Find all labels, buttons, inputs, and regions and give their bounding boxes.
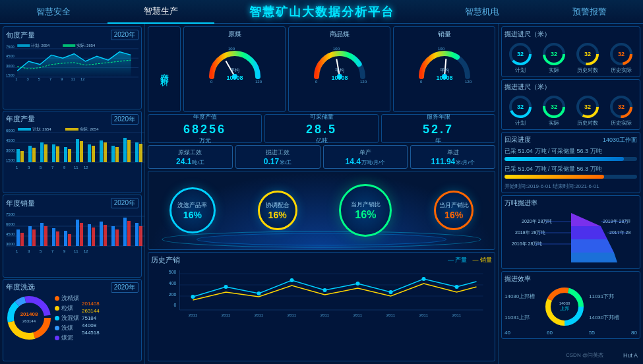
small-gauge-2-2: 32 实际 (538, 94, 570, 127)
svg-marker-181 (571, 253, 617, 262)
svg-text:12: 12 (84, 249, 88, 253)
svg-rect-33 (28, 146, 32, 162)
gauge-raw-coal: 原煤 平均 10908 (183, 26, 286, 112)
svg-rect-82 (100, 222, 103, 246)
legend-dot-1 (55, 296, 59, 301)
svg-text:2016年 28万吨: 2016年 28万吨 (512, 241, 542, 246)
nav-safety[interactable]: 智慧安全 (0, 1, 107, 23)
val-3: 75184 (82, 315, 100, 321)
svg-text:实际: 2654: 实际: 2654 (80, 127, 99, 131)
circle-item-1: 洗选产品率 16% (169, 187, 216, 233)
metric-value-area-2: 0.17 米/工 (264, 157, 292, 166)
progress-bg-1 (505, 157, 637, 161)
svg-text:2011: 2011 (353, 313, 363, 317)
legend-item-1: 洗精煤 (55, 294, 79, 303)
history-title: 历史产销 (151, 255, 180, 265)
svg-text:9: 9 (63, 166, 66, 169)
nav-warning[interactable]: 预警报警 (536, 1, 644, 23)
output-chart-block: 旬度产量 2020年 7500 4500 3000 (3, 26, 142, 109)
svg-marker-179 (571, 226, 607, 239)
svg-text:2011: 2011 (452, 313, 462, 317)
svg-text:11: 11 (74, 249, 78, 253)
nav-electrical[interactable]: 智慧机电 (429, 1, 536, 23)
washing-year[interactable]: 2020年 (111, 282, 138, 293)
svg-text:7: 7 (49, 77, 51, 81)
svg-rect-46 (104, 142, 107, 162)
washing-block: 年度洗选 2020年 201408 263144 洗精煤 (3, 279, 142, 362)
svg-text:3000: 3000 (6, 64, 15, 68)
metric-val-1: 24.1 (176, 157, 191, 166)
kpi-digits-1: 68256 (183, 123, 226, 136)
svg-text:11: 11 (71, 77, 75, 81)
annual-sales-chart: 7500 6000 4500 3000 (6, 210, 144, 253)
small-gauge-svg-1-3: 32 (575, 42, 600, 67)
svg-text:32: 32 (517, 51, 524, 57)
svg-text:7: 7 (51, 166, 54, 169)
svg-point-140 (323, 288, 327, 292)
svg-text:2011: 2011 (321, 313, 330, 317)
annual-output-year[interactable]: 2020年 (111, 114, 138, 125)
annual-output-title: 年度产量 (6, 114, 35, 124)
gauge-sub-1-2: 实际 (549, 67, 559, 74)
nav-production[interactable]: 智慧生产 (107, 0, 215, 24)
svg-rect-77 (68, 234, 71, 246)
efficiency-title: 掘进效率 (505, 274, 637, 284)
svg-text:2011: 2011 (419, 313, 429, 317)
svg-text:3: 3 (28, 249, 30, 253)
small-gauge-svg-1-1: 32 (508, 42, 533, 67)
gauge-raw-label: 原煤 (228, 30, 241, 39)
svg-rect-35 (40, 142, 44, 162)
small-gauge-svg-2-4: 32 (609, 94, 634, 119)
svg-rect-74 (52, 228, 55, 246)
recovery-subtitle: 14030工作面 (603, 136, 637, 144)
annual-output-header: 年度产量 2020年 (6, 114, 138, 125)
output-year[interactable]: 2020年 (111, 30, 138, 40)
circle-label-2: 协调配合 (266, 201, 290, 210)
kpi-service-life: 服务年限 52.7 年 (381, 114, 495, 143)
svg-text:2011: 2011 (189, 313, 198, 317)
svg-text:201408: 201408 (20, 311, 38, 317)
metric-label-3: 单产 (359, 148, 371, 157)
small-gauge-2-1: 32 计划 (505, 94, 536, 127)
efficiency-labels-left: 14030上邦槽 11031上邦 (505, 286, 541, 328)
svg-text:10908: 10908 (331, 75, 348, 81)
metric-advance-efficiency: 掘进工效 0.17 米/工 (235, 145, 321, 169)
circle-ring-4: 当月产销比 16% (434, 191, 474, 230)
svg-text:7: 7 (51, 249, 54, 253)
svg-text:4500: 4500 (6, 232, 15, 236)
legend-label-3: 洗混煤 (61, 314, 79, 322)
svg-text:32: 32 (584, 51, 591, 57)
gauge-sub-2-1: 计划 (515, 119, 526, 127)
svg-rect-42 (80, 141, 83, 162)
annual-sales-year[interactable]: 2020年 (111, 198, 138, 208)
svg-text:2019年 28万吨: 2019年 28万吨 (603, 219, 630, 224)
svg-rect-8 (17, 44, 30, 47)
eff-label-4: 14030下邦槽 (589, 314, 625, 321)
svg-rect-85 (115, 229, 119, 246)
svg-rect-48 (115, 147, 119, 162)
svg-rect-80 (88, 224, 91, 246)
legend-item-5: 煤泥 (55, 334, 79, 342)
svg-text:1500: 1500 (6, 73, 15, 77)
metric-raw-efficiency: 原煤工效 24.1 吨/工 (148, 145, 233, 169)
top-navigation: 智慧安全 智慧生产 智慧矿山大数据分析平台 智慧机电 预警报警 (0, 0, 643, 24)
svg-rect-43 (88, 144, 91, 162)
svg-point-138 (257, 291, 261, 295)
svg-rect-37 (52, 144, 55, 162)
svg-text:32: 32 (584, 104, 591, 110)
metric-unit-1: 吨/工 (192, 159, 204, 166)
svg-text:200: 200 (169, 292, 177, 297)
svg-text:2017年 28万吨: 2017年 28万吨 (609, 230, 630, 235)
legend-item-2: 粒煤 (55, 304, 79, 313)
history-chart-block: 历史产销 — 产量 — 销量 500 400 200 0 (148, 252, 495, 361)
svg-text:4500: 4500 (6, 54, 15, 58)
circle-pct-3: 16% (355, 209, 376, 221)
progress-item-1: 已采 51.04 万吨 / 可采储量 56.3 万吨 (505, 147, 637, 161)
recovery-block: 回采进度 14030工作面 已采 51.04 万吨 / 可采储量 56.3 万吨… (501, 132, 640, 193)
progress-label-1: 已采 51.04 万吨 / 可采储量 56.3 万吨 (505, 147, 637, 156)
washing-legend: 洗精煤 粒煤 洗混煤 洗煤 (55, 294, 79, 342)
gauge-commercial-svg: 平均 10908 0 100 120 (310, 40, 369, 83)
svg-text:平均: 平均 (230, 68, 239, 73)
production-title-text: 产销分析 (158, 67, 170, 72)
history-header: 历史产销 — 产量 — 销量 (151, 255, 492, 265)
